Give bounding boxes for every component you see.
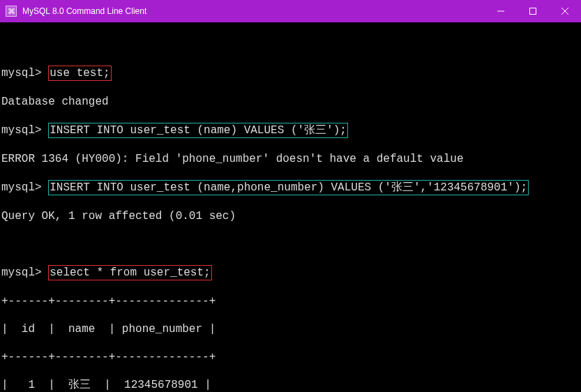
maximize-button[interactable]	[517, 0, 549, 22]
minimize-button[interactable]	[485, 0, 517, 22]
cmd-line-select: mysql> select * from user_test;	[1, 265, 580, 280]
close-button[interactable]	[549, 0, 581, 22]
highlight-use: use test;	[48, 66, 111, 81]
prompt: mysql>	[1, 181, 42, 194]
terminal-body[interactable]: mysql> use test; Database changed mysql>…	[0, 22, 581, 392]
titlebar: ⌘ MySQL 8.0 Command Line Client	[0, 0, 581, 22]
table1-border: +------+--------+--------------+	[1, 350, 580, 364]
table1-row: | 1 | 张三 | 12345678901 |	[1, 378, 580, 392]
highlight-select: select * from user_test;	[48, 265, 211, 280]
prompt: mysql>	[1, 67, 42, 80]
prompt: mysql>	[1, 124, 42, 137]
highlight-insert1: INSERT INTO user_test (name) VALUES ('张三…	[48, 123, 348, 138]
table1-header: | id | name | phone_number |	[1, 322, 580, 336]
window-title: MySQL 8.0 Command Line Client	[22, 6, 146, 16]
window-controls	[485, 0, 581, 22]
prompt: mysql>	[1, 266, 42, 279]
msg-query-ok: Query OK, 1 row affected (0.01 sec)	[1, 209, 580, 223]
msg-db-changed: Database changed	[1, 95, 580, 109]
table1-border: +------+--------+--------------+	[1, 294, 580, 308]
cmd-line-insert2: mysql> INSERT INTO user_test (name,phone…	[1, 180, 580, 195]
error-msg: ERROR 1364 (HY000): Field 'phone_number'…	[1, 152, 580, 166]
blank-line	[1, 38, 580, 52]
cmd-line-use: mysql> use test;	[1, 66, 580, 81]
highlight-insert2: INSERT INTO user_test (name,phone_number…	[48, 180, 529, 195]
blank-line	[1, 237, 580, 251]
svg-rect-1	[530, 8, 536, 15]
app-icon: ⌘	[6, 6, 17, 17]
cmd-line-insert1: mysql> INSERT INTO user_test (name) VALU…	[1, 123, 580, 138]
